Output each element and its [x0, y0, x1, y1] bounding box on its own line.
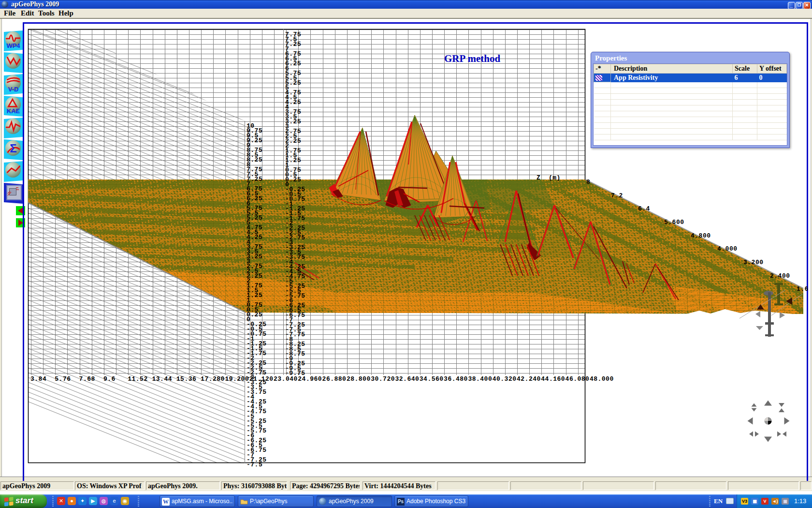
- svg-text:32.640: 32.640: [395, 375, 420, 383]
- svg-text:24.960: 24.960: [298, 375, 322, 383]
- svg-text:28.800: 28.800: [347, 375, 371, 383]
- svg-text:42.240: 42.240: [517, 375, 541, 383]
- svg-text:-7.5: -7.5: [246, 461, 262, 468]
- svg-text:5.76: 5.76: [55, 375, 71, 383]
- svg-text:21.120: 21.120: [249, 375, 274, 383]
- svg-text:38.400: 38.400: [468, 375, 492, 383]
- svg-text:6.4: 6.4: [638, 205, 650, 212]
- svg-text:26.880: 26.880: [322, 375, 347, 383]
- svg-text:1.6: 1.6: [797, 285, 808, 293]
- svg-text:GRP method: GRP method: [444, 53, 500, 64]
- svg-text:7.68: 7.68: [79, 375, 95, 383]
- svg-text:36.480: 36.480: [444, 375, 468, 383]
- svg-text:Z (m): Z (m): [536, 174, 561, 181]
- svg-text:40.320: 40.320: [493, 375, 517, 383]
- svg-text:11.52: 11.52: [128, 375, 148, 383]
- svg-text:4.800: 4.800: [691, 232, 711, 239]
- svg-text:17.280: 17.280: [201, 375, 225, 383]
- svg-text:48.000: 48.000: [590, 375, 614, 383]
- svg-text:19.200: 19.200: [225, 375, 249, 383]
- svg-text:8: 8: [586, 179, 590, 186]
- svg-text:3.84: 3.84: [30, 375, 46, 383]
- svg-text:7.2: 7.2: [611, 192, 623, 199]
- svg-text:44.160: 44.160: [541, 375, 565, 383]
- svg-text:30.720: 30.720: [371, 375, 395, 383]
- svg-text:9.6: 9.6: [103, 375, 116, 383]
- svg-text:5.600: 5.600: [664, 219, 684, 226]
- svg-text:46.080: 46.080: [566, 375, 590, 383]
- svg-text:4.000: 4.000: [717, 245, 738, 253]
- svg-text:3.200: 3.200: [743, 259, 764, 266]
- svg-text:2.400: 2.400: [770, 272, 790, 280]
- svg-text:23.040: 23.040: [274, 375, 298, 383]
- svg-text:13.44: 13.44: [152, 375, 173, 383]
- svg-text:34.560: 34.560: [420, 375, 444, 383]
- svg-text:15.36: 15.36: [176, 375, 197, 383]
